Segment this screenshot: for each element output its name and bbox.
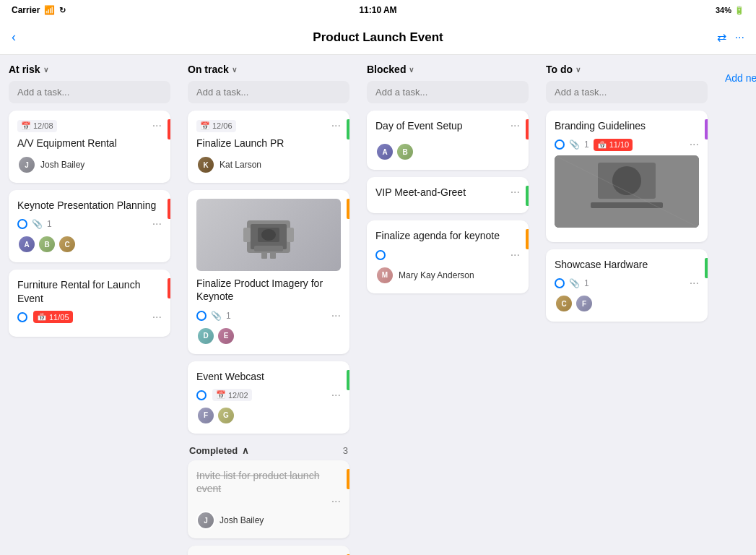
column-at-risk: At risk ∨ 📅 12/08 ··· A/V Equipment Rent… bbox=[0, 64, 179, 344]
filter-icon[interactable]: ⇄ bbox=[717, 30, 726, 44]
battery-percent: 34% bbox=[716, 6, 731, 14]
column-header-blocked: Blocked ∨ bbox=[367, 64, 529, 75]
card-title-showcase: Showcase Hardware bbox=[555, 258, 699, 271]
avatar-josh: J bbox=[17, 155, 36, 174]
avatar-1: A bbox=[17, 235, 36, 254]
column-chevron-todo[interactable]: ∨ bbox=[575, 66, 581, 74]
assignee-row: J Josh Bailey bbox=[17, 155, 162, 174]
card-branding: Branding Guidelines 📎 1 📅 11/10 ··· bbox=[546, 111, 708, 242]
card-menu-showcase[interactable]: ··· bbox=[690, 277, 699, 290]
add-task-at-risk[interactable] bbox=[9, 81, 170, 103]
avatar-kat: K bbox=[196, 155, 215, 174]
card-menu-webcast[interactable]: ··· bbox=[331, 389, 341, 402]
add-task-on-track[interactable] bbox=[188, 81, 349, 103]
card-title-webcast: Event Webcast bbox=[196, 370, 341, 383]
card-menu-imagery[interactable]: ··· bbox=[331, 309, 341, 322]
card-keynote-planning: Keynote Presentation Planning 📎 1 ··· A … bbox=[9, 190, 170, 262]
more-icon[interactable]: ··· bbox=[735, 31, 744, 44]
card-finalize-agenda: Finalize agenda for keynote ··· M Mary K… bbox=[367, 220, 529, 293]
card-meta-left: 📎 1 bbox=[196, 311, 231, 321]
card-meta-showcase: 📎 1 ··· bbox=[555, 277, 699, 290]
refresh-icon: ↻ bbox=[59, 6, 66, 15]
add-new-bucket-button[interactable]: Add new buc... bbox=[716, 66, 756, 90]
status-bar-time: 11:10 AM bbox=[359, 5, 396, 15]
assignee-name-kat: Kat Larson bbox=[220, 160, 261, 170]
card-menu-keynote[interactable]: ··· bbox=[152, 218, 162, 231]
clip-icon: 📎 bbox=[211, 311, 222, 321]
card-indicator bbox=[526, 186, 529, 206]
calendar-icon: 📅 bbox=[21, 121, 31, 131]
add-task-blocked[interactable] bbox=[367, 81, 529, 103]
card-day-of-event: Day of Event Setup ··· A B bbox=[367, 111, 529, 170]
date-badge: 📅 12/02 bbox=[212, 389, 252, 401]
assignee-name-mka: Mary Kay Anderson bbox=[399, 270, 474, 280]
board-container: At risk ∨ 📅 12/08 ··· A/V Equipment Rent… bbox=[0, 55, 756, 555]
avatar-2: E bbox=[217, 327, 235, 345]
column-header-on-track: On track ∨ bbox=[188, 64, 349, 75]
completed-header[interactable]: Completed ∧ 3 bbox=[188, 441, 349, 460]
card-indicator bbox=[526, 229, 529, 249]
branding-placeholder bbox=[555, 155, 699, 228]
back-button[interactable]: ‹ bbox=[12, 30, 16, 45]
attachment-count: 1 bbox=[584, 278, 589, 288]
card-product-imagery: Finalize Product Imagery for Keynote 📎 1… bbox=[188, 190, 349, 353]
card-menu-branding[interactable]: ··· bbox=[690, 138, 699, 151]
card-menu-day-event[interactable]: ··· bbox=[510, 119, 520, 132]
card-indicator bbox=[347, 469, 349, 489]
card-title-vip: VIP Meet-and-Greet bbox=[375, 186, 466, 199]
status-icon bbox=[375, 250, 386, 260]
card-menu-agenda[interactable]: ··· bbox=[510, 249, 520, 262]
card-meta-left bbox=[375, 250, 386, 260]
assignee-row: J Josh Bailey bbox=[196, 511, 341, 530]
card-menu-vip[interactable]: ··· bbox=[510, 186, 520, 199]
column-header-todo: To do ∨ bbox=[546, 64, 708, 75]
date-badge: 📅 12/06 bbox=[196, 120, 236, 132]
carrier-label: Carrier bbox=[12, 5, 40, 15]
status-icon bbox=[17, 312, 27, 322]
date-badge-red: 📅 11/10 bbox=[594, 139, 633, 151]
card-indicator bbox=[705, 119, 708, 139]
completed-label: Completed bbox=[189, 445, 238, 456]
avatar-josh2: J bbox=[196, 511, 215, 530]
avatar-2: B bbox=[396, 142, 414, 161]
completed-count: 3 bbox=[343, 445, 348, 456]
avatar-2: G bbox=[217, 406, 235, 425]
card-menu-furniture[interactable]: ··· bbox=[152, 311, 162, 324]
card-meta-left: 📎 1 bbox=[555, 278, 589, 288]
card-title-keynote: Keynote Presentation Planning bbox=[17, 199, 162, 212]
avatar-mka: M bbox=[375, 266, 394, 285]
status-bar-left: Carrier 📶 ↻ bbox=[12, 5, 66, 15]
date-badge-red: 📅 11/05 bbox=[33, 311, 73, 323]
card-meta-imagery: 📎 1 ··· bbox=[196, 309, 341, 322]
card-launch-pr: 📅 12/06 ··· Finalize Launch PR K Kat Lar… bbox=[188, 111, 349, 183]
status-icon bbox=[196, 390, 207, 400]
avatar-1: D bbox=[196, 327, 215, 345]
branding-svg bbox=[555, 155, 699, 228]
card-title-invite: Invite list for product launch event bbox=[196, 469, 341, 495]
column-chevron-blocked[interactable]: ∨ bbox=[409, 66, 414, 74]
card-title-furniture: Furniture Rental for Launch Event bbox=[17, 278, 162, 304]
column-chevron-on-track[interactable]: ∨ bbox=[232, 66, 237, 74]
add-task-todo[interactable] bbox=[546, 81, 708, 103]
svg-point-6 bbox=[261, 229, 276, 241]
machine-placeholder bbox=[196, 199, 341, 271]
card-title-av: A/V Equipment Rental bbox=[17, 137, 162, 150]
svg-rect-8 bbox=[270, 251, 276, 259]
card-menu-pr[interactable]: ··· bbox=[331, 119, 341, 132]
date-value: 12/02 bbox=[228, 391, 248, 400]
card-menu-invite[interactable]: ··· bbox=[331, 495, 341, 508]
avatar-group: C F bbox=[555, 294, 699, 313]
card-title-agenda: Finalize agenda for keynote bbox=[375, 229, 520, 242]
column-label-at-risk: At risk bbox=[9, 64, 40, 75]
card-image-branding bbox=[555, 155, 699, 228]
column-chevron-at-risk[interactable]: ∨ bbox=[43, 66, 48, 74]
card-meta-furniture: 📅 11/05 ··· bbox=[17, 311, 162, 324]
card-meta-left: 📅 12/06 bbox=[196, 120, 236, 132]
card-av-equipment: 📅 12/08 ··· A/V Equipment Rental J Josh … bbox=[9, 111, 170, 183]
assignee-name-josh: Josh Bailey bbox=[40, 160, 84, 170]
column-label-todo: To do bbox=[546, 64, 573, 75]
svg-rect-4 bbox=[254, 246, 283, 251]
column-label-on-track: On track bbox=[188, 64, 229, 75]
card-menu-av[interactable]: ··· bbox=[152, 119, 162, 132]
column-label-blocked: Blocked bbox=[367, 64, 406, 75]
